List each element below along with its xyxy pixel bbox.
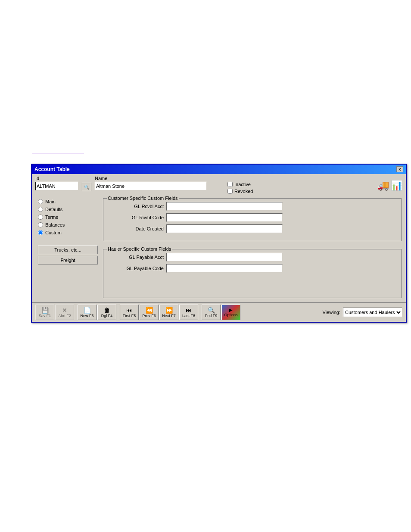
gl-rcvbl-acct-label: GL Rcvbl Acct — [108, 204, 164, 209]
nav-terms-radio[interactable] — [38, 215, 43, 220]
inactive-label: Inactive — [234, 182, 251, 187]
id-field-group: Id — [35, 176, 78, 190]
nav-balances-label: Balances — [45, 222, 65, 227]
top-icons-area: 🚚 📊 — [377, 180, 402, 191]
new-label: New F3 — [80, 314, 93, 318]
gl-payable-acct-row: GL Payable Acct — [108, 253, 397, 261]
nav-defaults[interactable]: Defaults — [38, 206, 98, 213]
nav-balances[interactable]: Balances — [38, 221, 98, 228]
date-created-label: Date Created — [108, 226, 164, 231]
gl-payable-code-row: GL Payable Code — [108, 264, 397, 273]
customer-legend: Customer Specific Custom Fields — [107, 196, 179, 201]
next-label: Next F7 — [162, 314, 176, 318]
viewing-area: Viewing: Customers and Haulers Customers… — [323, 308, 402, 317]
viewing-select[interactable]: Customers and Haulers Customers Only Hau… — [343, 308, 402, 317]
gl-rcvbl-code-row: GL Rcvbl Code — [108, 213, 397, 222]
last-button[interactable]: ⏭ Last F8 — [179, 305, 198, 320]
left-nav: Main Defaults Terms Balances Custom — [34, 196, 101, 300]
find-icon: 🔍 — [208, 307, 215, 313]
prev-icon: ⏪ — [146, 307, 153, 313]
nav-custom[interactable]: Custom — [38, 229, 98, 236]
prev-button[interactable]: ⏪ Prev F6 — [140, 305, 159, 320]
grid-icon: 📊 — [391, 180, 402, 191]
nav-main[interactable]: Main — [38, 198, 98, 205]
next-icon: ⏩ — [165, 307, 173, 313]
gl-rcvbl-acct-input[interactable] — [166, 202, 283, 211]
save-label: Sav F1 — [39, 314, 51, 318]
customer-custom-fields: Customer Specific Custom Fields GL Rcvbl… — [103, 198, 402, 241]
account-table-window: Account Table × Id 🔍 Name Inactive — [31, 164, 407, 323]
main-content: Main Defaults Terms Balances Custom — [32, 196, 406, 302]
nav-terms-label: Terms — [45, 215, 58, 220]
name-field-group: Name — [95, 176, 207, 190]
page-background: Account Table × Id 🔍 Name Inactive — [0, 0, 411, 532]
viewing-label: Viewing: — [323, 310, 340, 315]
prev-label: Prev F6 — [142, 314, 156, 318]
gl-rcvbl-code-label: GL Rcvbl Code — [108, 215, 164, 220]
nav-balances-radio[interactable] — [38, 222, 43, 227]
save-button[interactable]: 💾 Sav F1 — [35, 305, 54, 320]
new-icon: 📄 — [84, 307, 91, 313]
delete-label: Dgl F4 — [101, 314, 113, 318]
name-label: Name — [95, 176, 207, 181]
hauler-custom-fields: Hauler Specific Custom Fields GL Payable… — [103, 249, 402, 298]
name-input[interactable] — [95, 182, 207, 190]
nav-custom-label: Custom — [45, 230, 62, 235]
delete-icon: 🗑 — [104, 307, 110, 313]
inactive-row: Inactive — [227, 182, 253, 187]
first-icon: ⏮ — [126, 307, 132, 313]
inactive-checkbox[interactable] — [227, 182, 233, 187]
gl-payable-acct-label: GL Payable Acct — [108, 255, 164, 260]
abort-icon: ✕ — [62, 307, 67, 313]
truck-icon: 🚚 — [377, 180, 389, 191]
status-checkboxes: Inactive Revoked — [227, 182, 253, 194]
date-created-input[interactable] — [166, 224, 283, 233]
nav-defaults-label: Defaults — [45, 207, 62, 212]
nav-custom-radio[interactable] — [38, 230, 43, 235]
revoked-label: Revoked — [234, 189, 253, 194]
underline-top — [32, 153, 84, 153]
search-button[interactable]: 🔍 — [82, 183, 91, 191]
nav-main-radio[interactable] — [38, 199, 43, 204]
first-button[interactable]: ⏮ First F5 — [120, 305, 139, 320]
delete-button[interactable]: 🗑 Dgl F4 — [97, 305, 116, 320]
toolbar: 💾 Sav F1 ✕ Abrt F2 📄 New F3 🗑 Dgl F4 ⏮ F… — [32, 302, 406, 322]
right-content: Customer Specific Custom Fields GL Rcvbl… — [101, 196, 403, 300]
nav-buttons: Trucks, etc... Freight — [38, 246, 98, 264]
revoked-row: Revoked — [227, 189, 253, 194]
gl-payable-code-label: GL Payable Code — [108, 266, 164, 271]
first-label: First F5 — [123, 314, 136, 318]
new-button[interactable]: 📄 New F3 — [78, 305, 97, 320]
options-icon: ▶ — [229, 308, 233, 312]
save-icon: 💾 — [41, 307, 49, 313]
next-button[interactable]: ⏩ Next F7 — [159, 305, 178, 320]
gl-rcvbl-code-input[interactable] — [166, 213, 283, 222]
date-created-row: Date Created — [108, 224, 397, 233]
id-input[interactable] — [35, 182, 78, 190]
underline-bottom — [32, 390, 84, 390]
freight-button[interactable]: Freight — [38, 256, 98, 264]
find-label: Fnd F9 — [205, 314, 218, 318]
gl-payable-code-input[interactable] — [166, 264, 283, 273]
header-row: Id 🔍 Name Inactive Revoked — [32, 174, 406, 196]
id-label: Id — [35, 176, 78, 181]
nav-main-label: Main — [45, 199, 56, 204]
abort-button[interactable]: ✕ Abrt F2 — [55, 305, 74, 320]
window-title: Account Table — [34, 166, 70, 172]
search-icon: 🔍 — [84, 185, 89, 190]
nav-terms[interactable]: Terms — [38, 214, 98, 221]
close-button[interactable]: × — [396, 166, 403, 172]
trucks-button[interactable]: Trucks, etc... — [38, 246, 98, 254]
hauler-legend: Hauler Specific Custom Fields — [107, 246, 172, 252]
gl-rcvbl-acct-row: GL Rcvbl Acct — [108, 202, 397, 211]
last-label: Last F8 — [182, 314, 195, 318]
abort-label: Abrt F2 — [58, 314, 71, 318]
last-icon: ⏭ — [186, 307, 192, 313]
gl-payable-acct-input[interactable] — [166, 253, 283, 261]
title-bar: Account Table × — [32, 165, 406, 174]
nav-defaults-radio[interactable] — [38, 207, 43, 212]
find-button[interactable]: 🔍 Fnd F9 — [202, 305, 221, 320]
options-label: Options — [224, 313, 237, 317]
options-button[interactable]: ▶ Options — [221, 305, 240, 320]
revoked-checkbox[interactable] — [227, 189, 233, 194]
